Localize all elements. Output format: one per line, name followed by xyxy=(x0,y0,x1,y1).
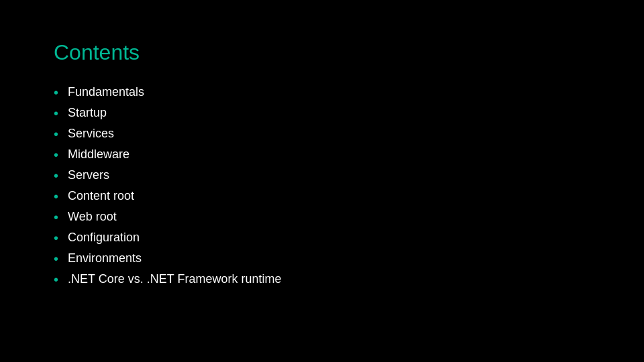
list-item: •Servers xyxy=(54,168,590,182)
list-item: •Configuration xyxy=(54,231,590,245)
list-item: •Middleware xyxy=(54,147,590,162)
list-item: •Startup xyxy=(54,106,590,120)
list-item-label: Configuration xyxy=(68,231,140,245)
list-item-label: Servers xyxy=(68,168,109,182)
bullet-icon: • xyxy=(54,107,58,120)
bullet-icon: • xyxy=(54,273,58,286)
bullet-icon: • xyxy=(54,231,58,245)
page-title: Contents xyxy=(54,40,590,65)
bullet-icon: • xyxy=(54,169,58,182)
contents-list: •Fundamentals•Startup•Services•Middlewar… xyxy=(54,85,590,286)
list-item-label: .NET Core vs. .NET Framework runtime xyxy=(68,272,281,286)
list-item: •.NET Core vs. .NET Framework runtime xyxy=(54,272,590,286)
list-item-label: Content root xyxy=(68,189,134,203)
list-item: •Services xyxy=(54,127,590,141)
bullet-icon: • xyxy=(54,86,58,99)
list-item: •Content root xyxy=(54,189,590,203)
list-item: •Web root xyxy=(54,210,590,224)
bullet-icon: • xyxy=(54,127,58,141)
list-item-label: Fundamentals xyxy=(68,85,144,99)
bullet-icon: • xyxy=(54,252,58,265)
list-item: •Fundamentals xyxy=(54,85,590,99)
page-container: Contents •Fundamentals•Startup•Services•… xyxy=(0,0,644,362)
list-item-label: Environments xyxy=(68,251,142,265)
list-item-label: Middleware xyxy=(68,147,129,162)
list-item: •Environments xyxy=(54,251,590,265)
list-item-label: Services xyxy=(68,127,114,141)
bullet-icon: • xyxy=(54,190,58,203)
bullet-icon: • xyxy=(54,148,58,162)
list-item-label: Web root xyxy=(68,210,117,224)
bullet-icon: • xyxy=(54,210,58,224)
list-item-label: Startup xyxy=(68,106,107,120)
